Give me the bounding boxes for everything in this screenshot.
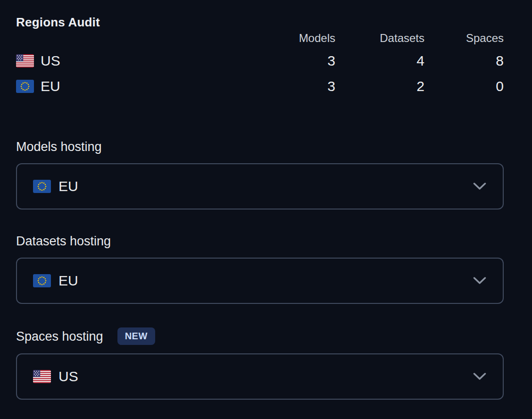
us-flag-icon: [33, 370, 51, 383]
region-label: EU: [41, 78, 60, 94]
region-label: US: [41, 53, 60, 69]
audit-table-rows: US 3 4 8 EU 3 2 0: [16, 48, 504, 99]
chevron-down-icon: [473, 372, 487, 381]
spaces-count: 8: [424, 53, 504, 69]
hosting-sections: Models hosting EU Datasets hosting EU: [16, 139, 504, 400]
datasets-hosting-label: Datasets hosting: [16, 233, 111, 249]
column-header-datasets: Datasets: [335, 31, 424, 45]
new-badge: NEW: [117, 327, 155, 345]
datasets-count: 2: [335, 78, 424, 94]
spaces-hosting-value: US: [58, 369, 78, 385]
spaces-hosting-select[interactable]: US: [16, 353, 504, 400]
eu-flag-icon: [16, 80, 34, 93]
models-count: 3: [246, 53, 335, 69]
models-hosting-value: EU: [58, 178, 78, 194]
models-hosting-section: Models hosting EU: [16, 139, 504, 210]
eu-flag-icon: [33, 180, 51, 193]
us-flag-icon: [16, 54, 34, 67]
page-title: Regions Audit: [16, 14, 246, 30]
column-header-models: Models: [246, 31, 335, 45]
datasets-hosting-value: EU: [58, 273, 78, 289]
audit-table-header: Regions Audit Models Datasets Spaces: [16, 14, 504, 45]
table-row-us: US 3 4 8: [16, 48, 504, 74]
regions-settings-panel: Regions Audit Models Datasets Spaces US …: [0, 0, 504, 400]
models-count: 3: [246, 78, 335, 94]
column-header-spaces: Spaces: [424, 31, 504, 45]
models-hosting-label: Models hosting: [16, 139, 102, 155]
eu-flag-icon: [33, 274, 51, 287]
table-row-eu: EU 3 2 0: [16, 74, 504, 99]
chevron-down-icon: [473, 277, 487, 285]
chevron-down-icon: [473, 182, 487, 191]
models-hosting-select[interactable]: EU: [16, 163, 504, 210]
datasets-hosting-section: Datasets hosting EU: [16, 233, 504, 304]
spaces-hosting-section: Spaces hosting NEW US: [16, 327, 504, 400]
spaces-count: 0: [424, 78, 504, 94]
spaces-hosting-label: Spaces hosting: [16, 328, 103, 344]
datasets-hosting-select[interactable]: EU: [16, 258, 504, 304]
region-cell: US: [16, 53, 246, 69]
regions-audit-table: Regions Audit Models Datasets Spaces US …: [16, 14, 504, 99]
datasets-count: 4: [335, 53, 424, 69]
region-cell: EU: [16, 78, 246, 94]
